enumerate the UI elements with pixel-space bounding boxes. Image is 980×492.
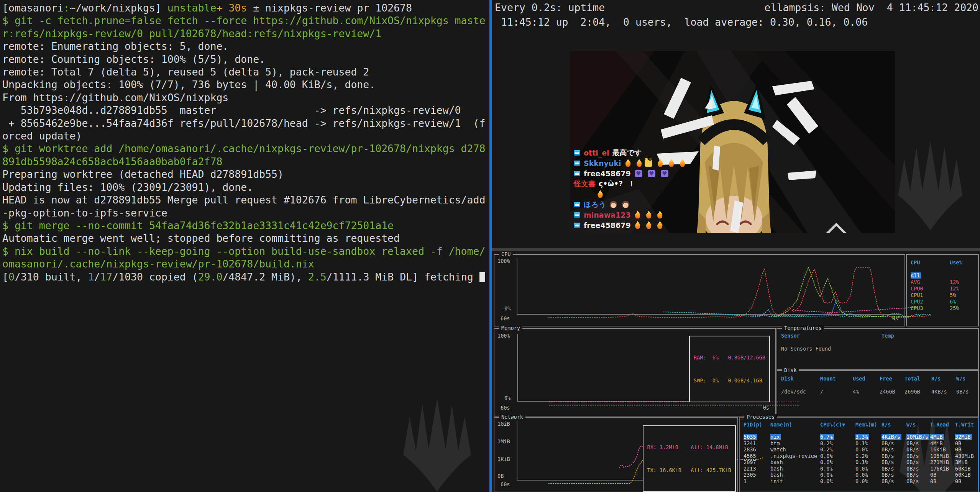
girl-emote-icon bbox=[622, 201, 629, 208]
cpu-legend-row[interactable]: CPU325% bbox=[911, 305, 976, 312]
cpu-graph-panel[interactable]: CPU 100% 0% 60s 0s bbox=[494, 254, 905, 326]
pika-emote-icon bbox=[645, 160, 652, 167]
cpu-legend-row[interactable]: CPU15% bbox=[911, 292, 976, 298]
process-row[interactable]: 2097bash0.0%0.1%0B/s0B/s271MiB3MiB bbox=[744, 459, 977, 466]
process-col-header[interactable]: PID(p) bbox=[744, 421, 770, 428]
terminal-line: HEAD is now at d278891db55 Merge pull re… bbox=[2, 194, 485, 206]
tx-rate-label: TX: 16.6KiB bbox=[647, 467, 681, 473]
process-row[interactable]: 2305bash0.0%0.0%0B/s0B/s0B60KiB bbox=[744, 472, 977, 478]
cpu-legend-panel[interactable]: CPU Use% AllAVG12%CPU012%CPU15%CPU26%CPU… bbox=[906, 254, 979, 326]
process-col-header[interactable]: R/s bbox=[882, 421, 906, 428]
disk-col-header[interactable]: Used bbox=[853, 376, 880, 382]
pane-right[interactable]: Every 0.2s: uptime ellampsis: Wed Nov 4 … bbox=[492, 0, 980, 492]
subscriber-badge-icon bbox=[574, 171, 580, 176]
chat-line: free458679♥♥♥ bbox=[574, 168, 687, 179]
terminal-line: Preparing worktree (detached HEAD d27889… bbox=[2, 168, 485, 180]
chat-line: 怪文書ς•ῶ•? ！ bbox=[574, 179, 687, 189]
girl-emote-icon bbox=[610, 201, 617, 208]
chat-line: ほろう bbox=[574, 199, 687, 210]
heart-emote-icon: ♥ bbox=[661, 170, 668, 177]
flame-emote-icon bbox=[668, 159, 675, 167]
flame-emote-icon bbox=[635, 211, 641, 219]
watch-interval-label: Every 0.2s: uptime bbox=[495, 2, 605, 13]
temperatures-panel-title: Temperatures bbox=[782, 325, 824, 331]
subscriber-badge-icon bbox=[574, 212, 580, 218]
memory-panel[interactable]: Memory 100% 0% 60s 0s RAM: 6% 0.8GB/12.6… bbox=[494, 328, 776, 417]
chat-username: otti_el bbox=[584, 149, 609, 157]
process-row[interactable]: 5035nix6.7%3.3%4KiB/s10MiB/s4MiB32MiB bbox=[744, 434, 977, 440]
disk-col-header[interactable]: Mount bbox=[820, 376, 853, 382]
flame-emote-icon bbox=[646, 211, 652, 219]
net-y-1mib-label: 1MiB bbox=[497, 438, 510, 445]
cpu-legend-row[interactable]: CPU012% bbox=[911, 285, 976, 292]
chat-message: 最高です bbox=[612, 148, 642, 158]
chat-username: Skknyuki bbox=[584, 159, 621, 167]
disk-col-header[interactable]: Total bbox=[904, 376, 931, 382]
disk-col-header[interactable]: W/s bbox=[956, 376, 978, 382]
chat-message: ς•ῶ•? ！ bbox=[599, 179, 635, 189]
network-panel[interactable]: Network 1GiB 1MiB 1KiB 0B 60s 0s RX: 1.2… bbox=[494, 417, 738, 492]
stream-video: otti_el最高ですSkknyukifree458679♥♥♥怪文書ς•ῶ•?… bbox=[570, 51, 895, 233]
process-row[interactable]: 3241btm0.2%0.1%0B/s0B/s4MiB0B bbox=[744, 440, 977, 447]
terminal-cursor bbox=[479, 272, 485, 282]
process-row[interactable]: 4565.nixpkgs-review0.0%0.2%0B/s0B/s105Mi… bbox=[744, 453, 977, 459]
cpu-legend-row[interactable]: AVG12% bbox=[911, 279, 976, 285]
disk-col-header[interactable]: R/s bbox=[931, 376, 956, 382]
process-col-header[interactable]: T.Read bbox=[930, 421, 955, 428]
chart-series-cpu3 bbox=[774, 267, 923, 317]
cpu-legend-row[interactable]: CPU26% bbox=[911, 298, 976, 305]
pane-divider-horizontal[interactable] bbox=[492, 248, 980, 251]
terminal-line: remote: Total 7 (delta 5), reused 5 (del… bbox=[2, 66, 485, 78]
flame-emote-icon bbox=[680, 159, 686, 167]
disk-panel[interactable]: Disk DiskMountUsedFreeTotalR/sW/s /dev/s… bbox=[776, 370, 979, 417]
chart-series-cpu2 bbox=[663, 312, 931, 317]
process-col-header[interactable]: CPU%(c)▼ bbox=[820, 421, 855, 428]
terminal-line: omasanori/.cache/nixpkgs-review/pr-10267… bbox=[2, 257, 485, 270]
mem-y-max-label: 100% bbox=[497, 333, 510, 339]
terminal-line: remote: Enumerating objects: 5, done. bbox=[2, 40, 485, 52]
swap-usage-label: SWP: 0% 0.0GB/4.1GB bbox=[694, 377, 765, 384]
process-row[interactable]: 2836watch0.2%0.0%0B/s0B/s16KiB0B bbox=[744, 446, 977, 453]
flame-emote-icon bbox=[597, 190, 603, 198]
flame-emote-icon bbox=[636, 159, 642, 167]
watch-host-datetime: ellampsis: Wed Nov 4 11:45:12 2020 bbox=[765, 2, 978, 13]
chat-username: minawa123 bbox=[584, 211, 631, 219]
chat-line: otti_el最高です bbox=[574, 148, 687, 158]
disk-col-header[interactable]: Disk bbox=[781, 376, 820, 382]
process-header-row[interactable]: PID(p)Name(n)CPU%(c)▼Mem%(m)R/sW/sT.Read… bbox=[744, 421, 978, 428]
process-col-header[interactable]: Mem%(m) bbox=[855, 421, 882, 428]
network-legend: RX: 1.2MiB All: 14.8MiB TX: 16.6KiB All:… bbox=[643, 425, 736, 492]
net-y-1kib-label: 1KiB bbox=[497, 456, 510, 462]
chat-line: minawa123 bbox=[574, 210, 687, 220]
chat-line: free458679 bbox=[574, 220, 687, 230]
chat-username: free458679 bbox=[584, 169, 631, 178]
terminal-line: [0/310 built, 1/17/1030 copied (29.0/484… bbox=[2, 271, 485, 283]
net-x-left-label: 60s bbox=[501, 481, 510, 488]
disk-col-header[interactable]: Free bbox=[880, 376, 904, 382]
terminal-line: Updating files: 100% (23091/23091), done… bbox=[2, 181, 485, 194]
terminal-line: $ nix build --no-link --keep-going --opt… bbox=[2, 245, 485, 257]
network-panel-title: Network bbox=[499, 414, 525, 420]
terminal-line: r:refs/nixpkgs-review/0 pull/102678/head… bbox=[2, 27, 485, 40]
disk-header-row: DiskMountUsedFreeTotalR/sW/s bbox=[781, 376, 978, 382]
uptime-output: 11:45:12 up 2:04, 0 users, load average:… bbox=[495, 16, 868, 28]
cpu-legend-row[interactable]: All bbox=[911, 272, 976, 279]
cpu-panel-title: CPU bbox=[499, 251, 513, 257]
process-row[interactable]: 1init0.0%0.0%0B/s0B/s0B0B bbox=[744, 478, 977, 485]
screen: [omasanori:~/work/nixpkgs] unstable+ 30s… bbox=[0, 0, 980, 492]
no-sensors-message: No Sensors Found bbox=[781, 346, 831, 352]
temps-header: Sensor Temp bbox=[781, 333, 894, 339]
processes-panel[interactable]: Processes PID(p)Name(n)CPU%(c)▼Mem%(m)R/… bbox=[739, 417, 979, 492]
chat-line: Skknyuki bbox=[574, 158, 687, 168]
chat-username: 怪文書 bbox=[574, 179, 596, 189]
process-col-header[interactable]: T.Writ bbox=[955, 421, 978, 428]
process-row[interactable]: 2213bash0.0%0.0%0B/s0B/s176KiB60KiB bbox=[744, 466, 977, 472]
memory-legend: RAM: 6% 0.8GB/12.6GB SWP: 0% 0.0GB/4.1GB bbox=[689, 336, 770, 402]
process-col-header[interactable]: W/s bbox=[906, 421, 930, 428]
terminal-pane-left[interactable]: [omasanori:~/work/nixpkgs] unstable+ 30s… bbox=[0, 0, 489, 492]
terminal-line: remote: Counting objects: 100% (5/5), do… bbox=[2, 53, 485, 66]
terminal-line: 891db5598a24c658acb4156aa0bab0fa2f78 bbox=[2, 155, 485, 168]
heart-emote-icon: ♥ bbox=[635, 170, 642, 177]
process-col-header[interactable]: Name(n) bbox=[770, 421, 820, 428]
temperatures-panel[interactable]: Temperatures Sensor Temp No Sensors Foun… bbox=[776, 328, 979, 370]
